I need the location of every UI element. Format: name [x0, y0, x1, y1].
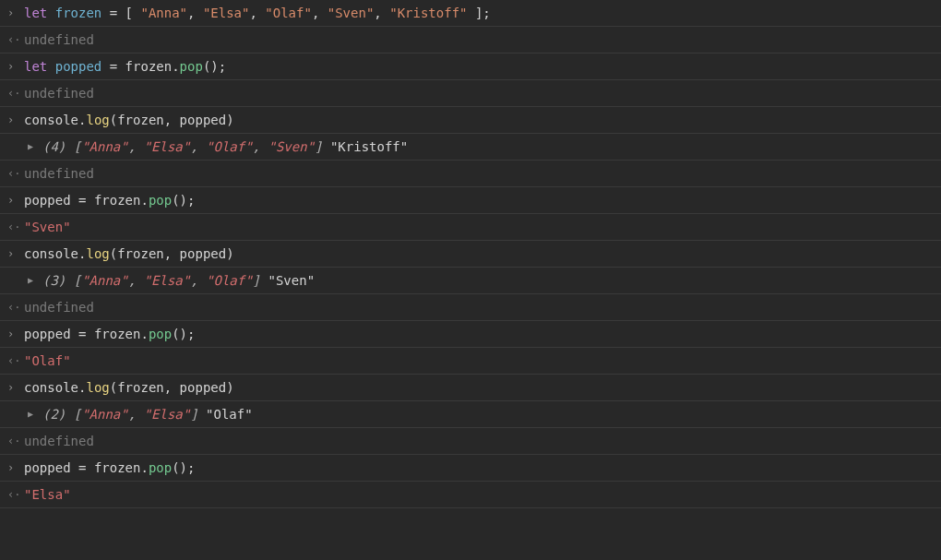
code-token: "Elsa" [144, 139, 191, 154]
code-token: (); [172, 327, 195, 341]
input-prompt-icon: › [7, 245, 24, 262]
code-token: (frozen, popped) [110, 113, 234, 127]
console-input-row: ›console.log(frozen, popped) [0, 375, 941, 401]
code-token: (); [172, 193, 195, 208]
console-input-row: ›popped = frozen.pop(); [0, 455, 941, 482]
code-token: "Olaf" [24, 353, 71, 368]
code-token: log [86, 380, 109, 395]
console-log-row: ▶(2) ["Anna", "Elsa"] "Olaf" [0, 401, 941, 428]
console-line-content[interactable]: let popped = frozen.pop(); [24, 58, 941, 75]
code-token: . [140, 327, 148, 341]
code-token: pop [180, 59, 203, 74]
devtools-console[interactable]: ›let frozen = [ "Anna", "Elsa", "Olaf", … [0, 0, 941, 508]
code-token: "Elsa" [24, 487, 71, 502]
code-token: popped [24, 460, 71, 475]
code-token: log [86, 113, 109, 127]
expand-icon[interactable]: ▶ [28, 272, 42, 289]
console-line-content[interactable]: console.log(frozen, popped) [24, 245, 941, 262]
console-output-row: ‹·undefined [0, 80, 941, 107]
code-token: (4) [42, 139, 74, 154]
code-token: , [187, 6, 203, 20]
code-token: [ [74, 139, 81, 154]
console-input-row: ›console.log(frozen, popped) [0, 107, 941, 134]
code-token: frozen [55, 6, 102, 20]
code-token: let [24, 6, 55, 20]
code-token: . [140, 193, 148, 208]
code-token [198, 407, 206, 422]
code-token: "Olaf" [265, 6, 312, 20]
console-log-row: ▶(3) ["Anna", "Elsa", "Olaf"] "Sven" [0, 268, 941, 294]
console-line-content: undefined [24, 433, 941, 449]
code-token: , [249, 6, 265, 20]
code-token: , [374, 6, 389, 20]
expand-icon[interactable]: ▶ [28, 138, 42, 155]
code-token: "Anna" [81, 407, 128, 422]
code-token: , [190, 273, 206, 288]
expand-icon[interactable]: ▶ [28, 406, 42, 423]
code-token: "Sven" [24, 220, 71, 234]
console-line-content[interactable]: console.log(frozen, popped) [24, 112, 941, 128]
code-token: (2) [42, 407, 74, 422]
input-prompt-icon: › [7, 326, 24, 342]
code-token: (); [172, 460, 195, 475]
code-token: "Kristoff" [330, 139, 408, 154]
console-line-content[interactable]: console.log(frozen, popped) [24, 379, 941, 396]
code-token: ; [482, 6, 490, 20]
code-token: undefined [24, 166, 94, 181]
code-token: console [24, 246, 78, 261]
code-token: ] [468, 6, 483, 20]
code-token: frozen [125, 59, 173, 74]
code-token: frozen [94, 327, 141, 341]
code-token: let [24, 59, 55, 74]
code-token: popped [55, 59, 102, 74]
console-input-row: ›let frozen = [ "Anna", "Elsa", "Olaf", … [0, 0, 941, 27]
code-token: . [172, 59, 179, 74]
code-token: log [86, 246, 109, 261]
input-prompt-icon: › [7, 459, 24, 476]
code-token: [ [74, 273, 81, 288]
code-token: = [101, 59, 125, 74]
console-line-content[interactable]: popped = frozen.pop(); [24, 192, 941, 209]
console-line-content[interactable]: popped = frozen.pop(); [24, 459, 941, 476]
code-token: [ [74, 407, 81, 422]
code-token: ] [190, 407, 197, 422]
code-token: "Elsa" [144, 273, 191, 288]
code-token: = [71, 460, 94, 475]
console-line-content[interactable]: let frozen = [ "Anna", "Elsa", "Olaf", "… [24, 5, 941, 21]
console-output-row: ‹·undefined [0, 428, 941, 455]
console-output-row: ‹·"Sven" [0, 214, 941, 241]
code-token: undefined [24, 434, 94, 448]
console-log-row: ▶(4) ["Anna", "Elsa", "Olaf", "Sven"] "K… [0, 134, 941, 161]
code-token: "Anna" [81, 273, 128, 288]
code-token: (frozen, popped) [110, 380, 234, 395]
code-token: , [253, 139, 268, 154]
console-input-row: ›console.log(frozen, popped) [0, 241, 941, 268]
code-token: "Kristoff" [389, 6, 467, 20]
output-prompt-icon: ‹· [7, 31, 24, 48]
code-token: "Sven" [268, 139, 315, 154]
console-line-content: undefined [24, 31, 941, 48]
console-line-content: "Sven" [24, 219, 941, 235]
output-prompt-icon: ‹· [7, 486, 24, 503]
code-token: "Olaf" [206, 273, 253, 288]
code-token: , [128, 273, 144, 288]
code-token: pop [149, 327, 172, 341]
output-prompt-icon: ‹· [7, 433, 24, 449]
code-token: , [128, 407, 144, 422]
input-prompt-icon: › [7, 58, 24, 75]
code-token: console [24, 380, 78, 395]
code-token: ] [253, 273, 260, 288]
code-token: = [101, 6, 125, 20]
code-token: "Anna" [81, 139, 128, 154]
code-token: "Sven" [328, 6, 375, 20]
code-token: "Elsa" [203, 6, 250, 20]
code-token: pop [149, 193, 172, 208]
code-token: popped [24, 193, 71, 208]
console-output-row: ‹·undefined [0, 27, 941, 54]
console-input-row: ›popped = frozen.pop(); [0, 321, 941, 348]
console-line-content[interactable]: popped = frozen.pop(); [24, 326, 941, 342]
console-line-content: "Olaf" [24, 352, 941, 369]
code-token: (frozen, popped) [110, 246, 234, 261]
input-prompt-icon: › [7, 192, 24, 209]
console-output-row: ‹·"Elsa" [0, 482, 941, 508]
